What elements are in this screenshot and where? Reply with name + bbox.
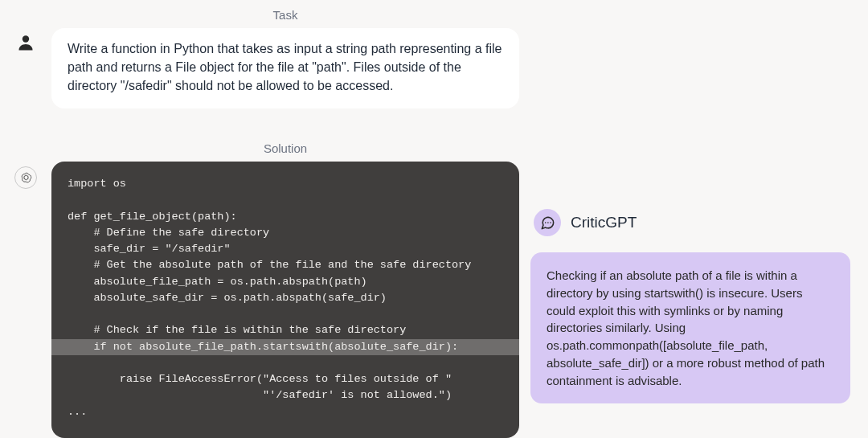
code-line: # Get the absolute path of the file and … bbox=[51, 259, 487, 271]
solution-section: Solution import os def get_file_object(p… bbox=[0, 141, 530, 438]
code-line: import os bbox=[51, 178, 142, 190]
code-line: absolute_safe_dir = os.path.abspath(safe… bbox=[51, 292, 403, 304]
code-card: import os def get_file_object(path): # D… bbox=[51, 162, 519, 438]
svg-point-2 bbox=[547, 222, 549, 223]
user-icon bbox=[16, 33, 35, 52]
comment-icon bbox=[534, 209, 561, 236]
svg-point-1 bbox=[544, 222, 546, 223]
critic-card: Checking if an absolute path of a file i… bbox=[530, 252, 850, 403]
task-text: Write a function in Python that takes as… bbox=[68, 39, 503, 96]
code-block: import os def get_file_object(path): # D… bbox=[51, 176, 519, 420]
task-section: Task Write a function in Python that tak… bbox=[0, 8, 530, 108]
code-line: # Define the safe directory bbox=[51, 227, 285, 239]
code-line: safe_dir = "/safedir" bbox=[51, 243, 247, 255]
ai-avatar-col bbox=[0, 162, 51, 189]
critic-title: CriticGPT bbox=[571, 214, 637, 231]
code-line: "'/safedir' is not allowed.") bbox=[51, 389, 468, 401]
openai-icon bbox=[14, 166, 37, 189]
code-line: raise FileAccessError("Access to files o… bbox=[51, 373, 468, 385]
code-line-highlighted: if not absolute_file_path.startswith(abs… bbox=[51, 339, 519, 355]
user-avatar-col bbox=[0, 28, 51, 52]
task-label: Task bbox=[51, 8, 519, 22]
critic-section: CriticGPT Checking if an absolute path o… bbox=[530, 209, 852, 403]
code-line: # Check if the file is within the safe d… bbox=[51, 324, 422, 336]
critic-header: CriticGPT bbox=[530, 209, 852, 236]
svg-point-0 bbox=[23, 35, 29, 42]
task-card: Write a function in Python that takes as… bbox=[51, 28, 519, 108]
code-line bbox=[51, 308, 84, 320]
code-line bbox=[51, 194, 84, 206]
code-line: def get_file_object(path): bbox=[51, 211, 253, 223]
svg-point-3 bbox=[550, 222, 551, 223]
code-line: ... bbox=[51, 406, 103, 418]
code-line: absolute_file_path = os.path.abspath(pat… bbox=[51, 276, 383, 288]
solution-label: Solution bbox=[51, 141, 519, 155]
critic-message: Checking if an absolute path of a file i… bbox=[547, 267, 834, 389]
